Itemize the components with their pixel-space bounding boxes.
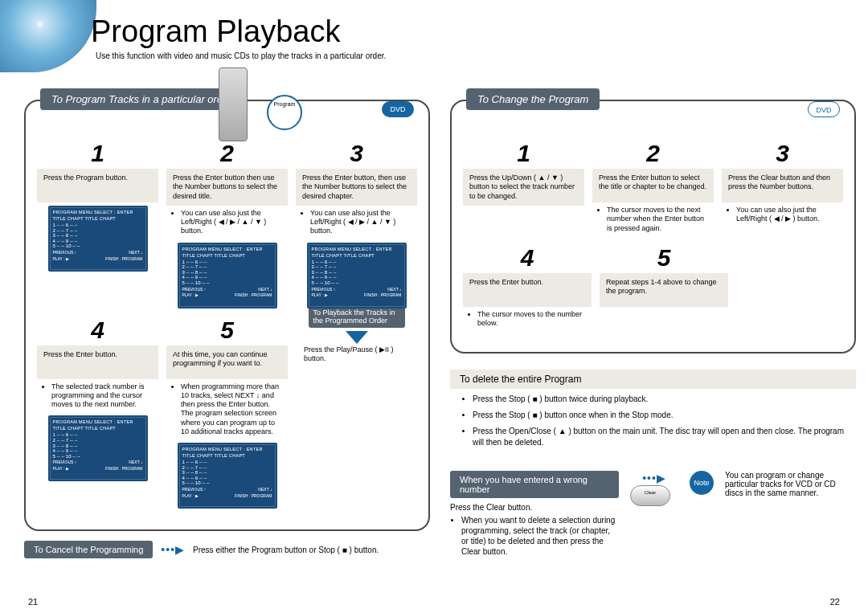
- delete-item: Press the Stop ( ■ ) button once when in…: [473, 410, 845, 421]
- clear-button-icon: Clear: [630, 485, 670, 506]
- delete-item: Press the Open/Close ( ▲ ) button on the…: [473, 426, 845, 448]
- delete-header: To delete the entire Program: [450, 370, 856, 389]
- remote-icon: [219, 67, 248, 141]
- step-note: You can use also just the Left/Right ( ◀…: [181, 209, 283, 236]
- left-panel: To Program Tracks in a particular order …: [24, 100, 430, 531]
- right-panel-header: To Change the Program: [466, 88, 600, 110]
- step-body: Repeat steps 1-4 above to change the pro…: [600, 273, 728, 307]
- step-number: 4: [37, 317, 158, 344]
- step-body: Press the Program button.: [37, 169, 158, 202]
- note-text: You can program or change particular tra…: [725, 471, 856, 497]
- tv-screen: PROGRAM MENU SELECT : ENTER TITLE CHAPT …: [178, 443, 277, 509]
- dvd-badge: DVD: [382, 101, 414, 117]
- dvd-badge: DVD: [808, 101, 840, 117]
- wrong-body: Press the Clear button.: [450, 503, 619, 512]
- step-number: 1: [37, 140, 158, 167]
- dots-icon: •••▶: [161, 543, 185, 556]
- step-note: You can use also just the Left/Right ( ◀…: [310, 209, 412, 236]
- step-number: 4: [463, 244, 592, 272]
- step-number: 2: [166, 140, 288, 167]
- wrong-header: When you have entered a wrong number: [450, 471, 619, 498]
- step-note: The cursor moves to the next number when…: [607, 206, 709, 233]
- step-body: Press the Enter button, then use the Num…: [296, 169, 417, 206]
- step-note: You can use also just the Left/Right ( ◀…: [736, 206, 838, 224]
- step-number: 3: [722, 140, 843, 167]
- step-note: The selected track number is programming…: [51, 382, 154, 410]
- disc-icon: [0, 0, 96, 72]
- step-body: Press the Enter button then use the Numb…: [166, 169, 288, 206]
- step-body: Press the Enter button to select the tit…: [592, 169, 714, 202]
- step-number: 5: [166, 317, 288, 344]
- step-note: The cursor moves to the number below.: [477, 310, 587, 329]
- playback-tag: To Playback the Tracks in the Programmed…: [309, 305, 405, 328]
- step-number: 5: [600, 244, 728, 272]
- tv-screen: PROGRAM MENU SELECT : ENTER TITLE CHAPT …: [307, 243, 407, 309]
- cancel-header: To Cancel the Programming: [24, 541, 153, 558]
- step-body: Press the Up/Down ( ▲ / ▼ ) button to se…: [463, 169, 584, 206]
- tv-screen: PROGRAM MENU SELECT : ENTER TITLE CHAPT …: [178, 243, 277, 309]
- right-panel: To Change the Program DVD 1 Press the Up…: [450, 100, 856, 353]
- cancel-text: Press either the Program button or Stop …: [193, 546, 379, 554]
- delete-item: Press the Stop ( ■ ) button twice during…: [473, 394, 845, 405]
- step-body: At this time, you can continue programmi…: [166, 345, 288, 379]
- note-badge: Note: [690, 471, 714, 495]
- step-number: 2: [592, 140, 714, 167]
- program-badge: Program: [267, 95, 302, 130]
- left-panel-header: To Program Tracks in a particular order: [40, 88, 244, 110]
- tv-screen: PROGRAM MENU SELECT : ENTER TITLE CHAPT …: [48, 206, 148, 272]
- dots-icon: •••▶: [642, 472, 666, 484]
- step-note: When programming more than 10 tracks, se…: [181, 382, 283, 437]
- step-body: Press the Enter button.: [463, 273, 592, 307]
- step-number: 3: [296, 140, 417, 167]
- page-number-right: 22: [830, 597, 840, 607]
- wrong-note: When you want to delete a selection duri…: [461, 515, 619, 557]
- step-number: 1: [463, 140, 584, 167]
- play-instruction: Press the Play/Pause ( ▶II ) button.: [296, 345, 417, 364]
- step-body: Press the Enter button.: [37, 345, 158, 379]
- page-title: Program Playback: [91, 14, 340, 49]
- page-number-left: 21: [28, 597, 38, 607]
- arrow-down-icon: [346, 331, 368, 344]
- step-body: Press the Clear button and then press th…: [722, 169, 843, 202]
- page-subtitle: Use this function with video and music C…: [96, 51, 386, 60]
- tv-screen: PROGRAM MENU SELECT : ENTER TITLE CHAPT …: [48, 415, 148, 481]
